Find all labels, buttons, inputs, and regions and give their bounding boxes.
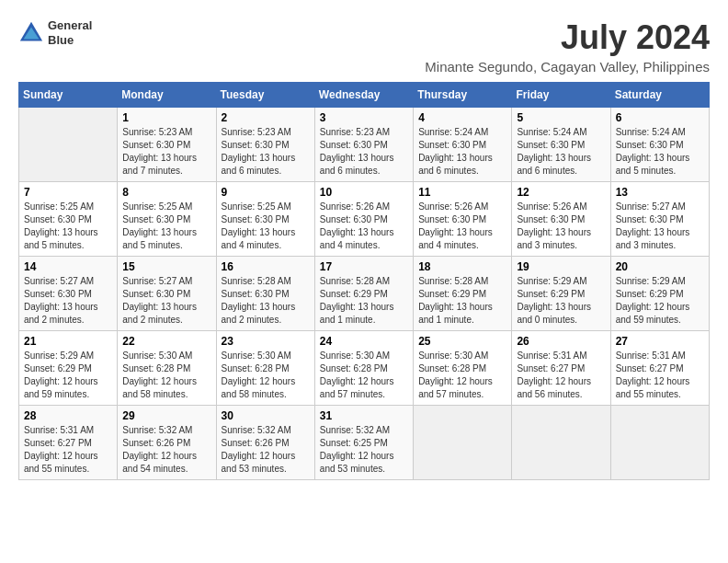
calendar-header-row: SundayMondayTuesdayWednesdayThursdayFrid…: [19, 83, 710, 108]
logo-text: General Blue: [48, 18, 92, 47]
day-info: Sunrise: 5:32 AM Sunset: 6:26 PM Dayligh…: [222, 424, 310, 476]
calendar-cell: 14Sunrise: 5:27 AM Sunset: 6:30 PM Dayli…: [19, 257, 118, 331]
calendar-cell: 23Sunrise: 5:30 AM Sunset: 6:28 PM Dayli…: [216, 331, 314, 406]
logo-icon: [18, 20, 44, 46]
title-section: July 2024 Minante Segundo, Cagayan Valle…: [425, 18, 710, 75]
calendar-week-5: 28Sunrise: 5:31 AM Sunset: 6:27 PM Dayli…: [19, 406, 710, 480]
day-number: 3: [320, 111, 408, 124]
day-info: Sunrise: 5:29 AM Sunset: 6:29 PM Dayligh…: [517, 275, 605, 327]
day-number: 15: [122, 260, 210, 273]
day-number: 10: [320, 186, 408, 199]
calendar-cell: [610, 406, 709, 480]
calendar-cell: 20Sunrise: 5:29 AM Sunset: 6:29 PM Dayli…: [610, 257, 709, 331]
calendar-cell: 17Sunrise: 5:28 AM Sunset: 6:29 PM Dayli…: [314, 257, 413, 331]
calendar-cell: 31Sunrise: 5:32 AM Sunset: 6:25 PM Dayli…: [314, 406, 413, 480]
calendar-cell: [414, 406, 512, 480]
day-number: 18: [418, 260, 506, 273]
day-info: Sunrise: 5:24 AM Sunset: 6:30 PM Dayligh…: [517, 126, 605, 178]
day-number: 26: [517, 335, 605, 348]
day-number: 30: [222, 409, 310, 422]
calendar-cell: 26Sunrise: 5:31 AM Sunset: 6:27 PM Dayli…: [512, 331, 610, 406]
calendar-cell: [512, 406, 610, 480]
day-info: Sunrise: 5:27 AM Sunset: 6:30 PM Dayligh…: [24, 275, 112, 327]
calendar-cell: 3Sunrise: 5:23 AM Sunset: 6:30 PM Daylig…: [314, 108, 413, 182]
day-info: Sunrise: 5:28 AM Sunset: 6:30 PM Dayligh…: [222, 275, 310, 327]
calendar-cell: 27Sunrise: 5:31 AM Sunset: 6:27 PM Dayli…: [610, 331, 709, 406]
day-info: Sunrise: 5:28 AM Sunset: 6:29 PM Dayligh…: [418, 275, 506, 327]
calendar-body: 1Sunrise: 5:23 AM Sunset: 6:30 PM Daylig…: [19, 108, 710, 480]
day-info: Sunrise: 5:25 AM Sunset: 6:30 PM Dayligh…: [24, 201, 112, 252]
day-info: Sunrise: 5:31 AM Sunset: 6:27 PM Dayligh…: [616, 350, 704, 401]
day-info: Sunrise: 5:26 AM Sunset: 6:30 PM Dayligh…: [320, 201, 408, 252]
day-number: 11: [418, 186, 506, 199]
day-number: 16: [222, 260, 310, 273]
day-info: Sunrise: 5:27 AM Sunset: 6:30 PM Dayligh…: [616, 201, 704, 252]
day-number: 23: [222, 335, 310, 348]
calendar-cell: 5Sunrise: 5:24 AM Sunset: 6:30 PM Daylig…: [512, 108, 610, 182]
day-info: Sunrise: 5:31 AM Sunset: 6:27 PM Dayligh…: [24, 424, 112, 476]
calendar-cell: 13Sunrise: 5:27 AM Sunset: 6:30 PM Dayli…: [610, 182, 709, 257]
day-info: Sunrise: 5:29 AM Sunset: 6:29 PM Dayligh…: [616, 275, 704, 327]
day-number: 19: [517, 260, 605, 273]
day-info: Sunrise: 5:30 AM Sunset: 6:28 PM Dayligh…: [418, 350, 506, 401]
day-number: 7: [24, 186, 112, 199]
page-header: General Blue July 2024 Minante Segundo, …: [18, 18, 710, 75]
calendar-cell: 19Sunrise: 5:29 AM Sunset: 6:29 PM Dayli…: [512, 257, 610, 331]
calendar-cell: 24Sunrise: 5:30 AM Sunset: 6:28 PM Dayli…: [314, 331, 413, 406]
calendar-cell: 6Sunrise: 5:24 AM Sunset: 6:30 PM Daylig…: [610, 108, 709, 182]
day-number: 20: [616, 260, 704, 273]
day-info: Sunrise: 5:23 AM Sunset: 6:30 PM Dayligh…: [320, 126, 408, 178]
day-number: 22: [122, 335, 210, 348]
calendar-cell: 28Sunrise: 5:31 AM Sunset: 6:27 PM Dayli…: [19, 406, 118, 480]
calendar-header-monday: Monday: [118, 83, 216, 108]
calendar-header-saturday: Saturday: [610, 83, 709, 108]
calendar-cell: [19, 108, 118, 182]
day-number: 5: [517, 111, 605, 124]
calendar-header-tuesday: Tuesday: [216, 83, 314, 108]
calendar-header-friday: Friday: [512, 83, 610, 108]
calendar-cell: 1Sunrise: 5:23 AM Sunset: 6:30 PM Daylig…: [118, 108, 216, 182]
calendar-cell: 7Sunrise: 5:25 AM Sunset: 6:30 PM Daylig…: [19, 182, 118, 257]
day-info: Sunrise: 5:29 AM Sunset: 6:29 PM Dayligh…: [24, 350, 112, 401]
calendar-cell: 16Sunrise: 5:28 AM Sunset: 6:30 PM Dayli…: [216, 257, 314, 331]
calendar-week-1: 1Sunrise: 5:23 AM Sunset: 6:30 PM Daylig…: [19, 108, 710, 182]
calendar-table: SundayMondayTuesdayWednesdayThursdayFrid…: [18, 82, 710, 480]
calendar-cell: 25Sunrise: 5:30 AM Sunset: 6:28 PM Dayli…: [414, 331, 512, 406]
day-info: Sunrise: 5:24 AM Sunset: 6:30 PM Dayligh…: [418, 126, 506, 178]
day-number: 17: [320, 260, 408, 273]
calendar-cell: 9Sunrise: 5:25 AM Sunset: 6:30 PM Daylig…: [216, 182, 314, 257]
main-title: July 2024: [425, 18, 710, 57]
day-info: Sunrise: 5:23 AM Sunset: 6:30 PM Dayligh…: [122, 126, 210, 178]
day-number: 13: [616, 186, 704, 199]
day-number: 29: [122, 409, 210, 422]
calendar-cell: 18Sunrise: 5:28 AM Sunset: 6:29 PM Dayli…: [414, 257, 512, 331]
calendar-header-thursday: Thursday: [414, 83, 512, 108]
day-number: 12: [517, 186, 605, 199]
day-number: 28: [24, 409, 112, 422]
day-number: 4: [418, 111, 506, 124]
day-number: 2: [222, 111, 310, 124]
day-info: Sunrise: 5:30 AM Sunset: 6:28 PM Dayligh…: [222, 350, 310, 401]
day-number: 21: [24, 335, 112, 348]
logo: General Blue: [18, 18, 92, 47]
day-info: Sunrise: 5:30 AM Sunset: 6:28 PM Dayligh…: [320, 350, 408, 401]
day-number: 1: [122, 111, 210, 124]
calendar-week-3: 14Sunrise: 5:27 AM Sunset: 6:30 PM Dayli…: [19, 257, 710, 331]
calendar-cell: 30Sunrise: 5:32 AM Sunset: 6:26 PM Dayli…: [216, 406, 314, 480]
day-info: Sunrise: 5:31 AM Sunset: 6:27 PM Dayligh…: [517, 350, 605, 401]
calendar-cell: 22Sunrise: 5:30 AM Sunset: 6:28 PM Dayli…: [118, 331, 216, 406]
day-info: Sunrise: 5:26 AM Sunset: 6:30 PM Dayligh…: [517, 201, 605, 252]
day-info: Sunrise: 5:27 AM Sunset: 6:30 PM Dayligh…: [122, 275, 210, 327]
day-number: 14: [24, 260, 112, 273]
calendar-week-4: 21Sunrise: 5:29 AM Sunset: 6:29 PM Dayli…: [19, 331, 710, 406]
day-info: Sunrise: 5:25 AM Sunset: 6:30 PM Dayligh…: [122, 201, 210, 252]
calendar-week-2: 7Sunrise: 5:25 AM Sunset: 6:30 PM Daylig…: [19, 182, 710, 257]
day-number: 8: [122, 186, 210, 199]
day-number: 6: [616, 111, 704, 124]
day-info: Sunrise: 5:28 AM Sunset: 6:29 PM Dayligh…: [320, 275, 408, 327]
calendar-cell: 10Sunrise: 5:26 AM Sunset: 6:30 PM Dayli…: [314, 182, 413, 257]
calendar-cell: 29Sunrise: 5:32 AM Sunset: 6:26 PM Dayli…: [118, 406, 216, 480]
day-info: Sunrise: 5:26 AM Sunset: 6:30 PM Dayligh…: [418, 201, 506, 252]
day-number: 24: [320, 335, 408, 348]
calendar-cell: 4Sunrise: 5:24 AM Sunset: 6:30 PM Daylig…: [414, 108, 512, 182]
